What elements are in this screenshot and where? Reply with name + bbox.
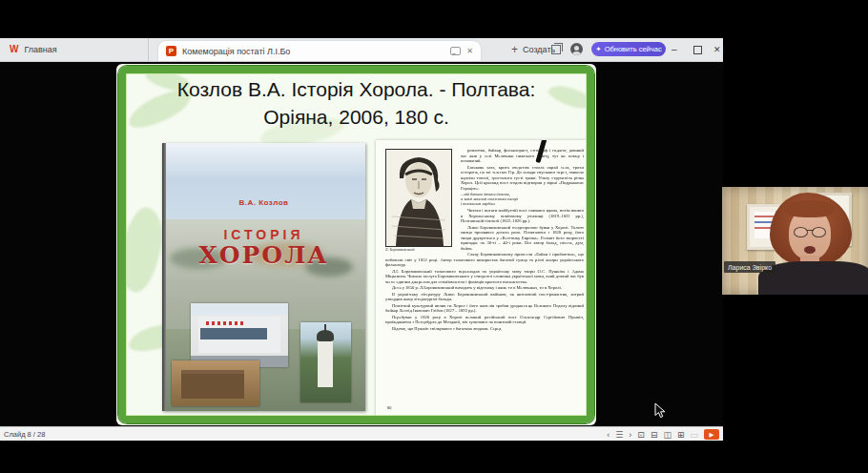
slide-title: Козлов В.А. Історія Хорола. - Полтава: О… xyxy=(135,75,577,131)
sparkle-icon: ✦ xyxy=(595,45,601,53)
update-now-button[interactable]: ✦ Обновить сейчас xyxy=(591,42,666,56)
new-tab-button[interactable]: + Создать xyxy=(511,38,555,61)
split-view-button[interactable]: ◫ xyxy=(663,430,672,440)
shared-browser-window: W Главная P Комеморація постаті Л.І.Бо ✕… xyxy=(0,38,723,441)
minimize-button[interactable]: – xyxy=(672,44,677,55)
slide-title-line2: Оріяна, 2006, 180 с. xyxy=(135,103,577,131)
portrait-image xyxy=(385,149,452,247)
next-slide-button[interactable]: › xyxy=(629,430,631,440)
book-spine xyxy=(162,143,166,411)
slideshow-button[interactable]: ▶ xyxy=(704,429,719,440)
book-cover-image: В.А. Козлов ІСТОРІЯ ХОРОЛА xyxy=(162,143,365,411)
cover-photo-building xyxy=(191,303,288,367)
cover-photo-old-town xyxy=(172,360,259,406)
glasses xyxy=(794,227,826,236)
fullscreen-button[interactable]: ▭ xyxy=(690,430,698,440)
prev-slide-button[interactable]: ‹ xyxy=(607,430,610,440)
notes-list-button[interactable]: ☰ xyxy=(615,430,623,440)
browser-tab-bar: W Главная P Комеморація постаті Л.І.Бо ✕… xyxy=(0,38,723,62)
page-paragraph: Відомо, що Пушкін спілкувався з багатьма… xyxy=(385,326,584,332)
participant-name-tag: Лариса Звірко xyxy=(724,261,775,273)
tab-close-icon[interactable]: ✕ xyxy=(466,47,473,55)
plus-icon: + xyxy=(511,44,518,55)
page-paragraph: Десь у 1850 р. Л.Боровиковський виходить… xyxy=(385,285,584,291)
page-paragraph: Славу Боровиковському принесли «Байки і … xyxy=(385,252,584,268)
page-text: Л. Боровиковський романтик, байкар, фоль… xyxy=(385,148,584,419)
page-paragraph: В українську літературу Левко Боровиковс… xyxy=(385,292,584,302)
close-window-button[interactable]: ✕ xyxy=(713,44,721,55)
book-page-scan: Л. Боровиковський романтик, байкар, фоль… xyxy=(376,140,593,421)
tab-presentation-label: Комеморація постаті Л.І.Бо xyxy=(182,47,444,56)
presenter-view-button[interactable]: ⊟ xyxy=(651,430,658,440)
user-avatar[interactable] xyxy=(570,43,583,55)
participant-video[interactable]: Лариса Звірко xyxy=(722,187,868,295)
portrait-block: Л. Боровиковський xyxy=(385,149,456,252)
slide-counter: Слайд 8 / 28 xyxy=(4,430,45,439)
presentation-slide: Козлов В.А. Історія Хорола. - Полтава: О… xyxy=(116,64,596,425)
cover-title-word1: ІСТОРІЯ xyxy=(162,227,365,242)
verse-quote: ...мій батько дячина дячить, а землі зел… xyxy=(457,192,584,206)
app-logo-icon: W xyxy=(10,45,18,54)
mouse-cursor xyxy=(654,402,666,419)
page-number: 80 xyxy=(387,405,392,411)
tab-home-label: Главная xyxy=(24,45,56,54)
cover-author: В.А. Козлов xyxy=(162,198,365,207)
copy-icon[interactable] xyxy=(551,45,561,54)
slide-title-line1: Козлов В.А. Історія Хорола. - Полтава: xyxy=(135,75,577,103)
update-now-label: Обновить сейчас xyxy=(605,45,662,53)
slideshow-toolbar: ‹☰›⊡⊟◫⊞▭▶ xyxy=(607,427,719,442)
participant-mouth xyxy=(804,246,816,254)
tab-presentation[interactable]: P Комеморація постаті Л.І.Бо ✕ xyxy=(158,41,481,61)
display-settings-button[interactable]: ⊡ xyxy=(637,430,645,440)
page-paragraph: Л.І. Боровиковський талановито переклада… xyxy=(385,269,584,285)
tab-home[interactable]: W Главная xyxy=(0,38,149,61)
cover-sky xyxy=(162,143,365,224)
presentation-status-bar: Слайд 8 / 28 ‹☰›⊡⊟◫⊞▭▶ xyxy=(0,426,723,441)
grid-view-button[interactable]: ⊞ xyxy=(677,430,685,440)
comments-icon[interactable] xyxy=(450,47,461,55)
presentation-file-icon: P xyxy=(166,46,176,56)
page-paragraph: Помітний культурний вплив на Хорол і йог… xyxy=(385,303,584,314)
page-paragraph: Перебував у 1820 році в Хоролі великий р… xyxy=(385,315,584,325)
cover-photo-church xyxy=(300,322,351,402)
participant-fringe xyxy=(785,200,835,217)
maximize-button[interactable] xyxy=(693,46,702,54)
leaf-decoration xyxy=(116,205,166,296)
cover-title-word2: ХОРОЛА xyxy=(162,241,365,269)
portrait-caption: Л. Боровиковський xyxy=(385,247,456,252)
